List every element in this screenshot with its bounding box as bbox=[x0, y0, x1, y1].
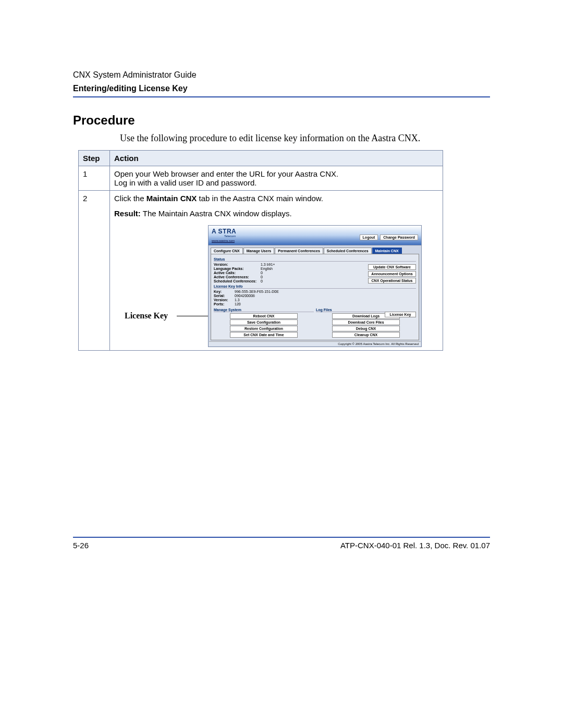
license-section-label: License Key Info bbox=[214, 285, 416, 289]
step1-line2: Log in with a valid user ID and password… bbox=[114, 178, 256, 187]
aastra-logo-sub: Telecom bbox=[224, 235, 236, 238]
doc-section-title: Entering/editing License Key bbox=[73, 84, 490, 93]
procedure-heading: Procedure bbox=[73, 113, 490, 128]
procedure-intro: Use the following procedure to edit lice… bbox=[120, 133, 490, 144]
change-password-button[interactable]: Change Password bbox=[380, 235, 418, 240]
status-lang-value: English bbox=[261, 267, 273, 270]
status-sched-value: 0 bbox=[261, 279, 263, 283]
step-action: Open your Web browser and enter the URL … bbox=[110, 166, 443, 191]
step-number: 2 bbox=[79, 191, 110, 351]
license-version-value: 1.3 bbox=[235, 298, 240, 302]
doc-guide-title: CNX System Administrator Guide bbox=[73, 70, 490, 80]
tab-permanent-conferences[interactable]: Permanent Conferences bbox=[275, 248, 323, 254]
status-sched-label: Scheduled Conferences: bbox=[214, 279, 261, 283]
step-number: 1 bbox=[79, 166, 110, 191]
step2-suffix: tab in the Aastra CNX main window. bbox=[197, 194, 323, 203]
step-action: Click the Maintain CNX tab in the Aastra… bbox=[110, 191, 443, 351]
page-footer: 5-26 ATP-CNX-040-01 Rel. 1.3, Doc. Rev. … bbox=[73, 537, 490, 550]
update-cnx-software-button[interactable]: Update CNX Software bbox=[368, 264, 416, 270]
tab-configure-cnx[interactable]: Configure CNX bbox=[211, 248, 243, 254]
tab-bar: Configure CNX Manage Users Permanent Con… bbox=[211, 248, 419, 254]
doc-reference: ATP-CNX-040-01 Rel. 1.3, Doc. Rev. 01.07 bbox=[340, 541, 490, 550]
announcement-options-button[interactable]: Announcement Options bbox=[368, 271, 416, 277]
status-lang-label: Language Packs: bbox=[214, 267, 261, 270]
cnx-operational-status-button[interactable]: CNX Operational Status bbox=[368, 278, 416, 283]
debug-cnx-button[interactable]: Debug CNX bbox=[332, 326, 400, 331]
download-core-files-button[interactable]: Download Core Files bbox=[332, 319, 400, 325]
status-version-label: Version: bbox=[214, 263, 261, 266]
license-ports-label: Ports: bbox=[214, 302, 235, 306]
result-text: The Maintain Aastra CNX window displays. bbox=[141, 209, 292, 218]
page-number: 5-26 bbox=[73, 541, 89, 550]
table-head-step: Step bbox=[79, 151, 110, 166]
status-conf-label: Active Conferences: bbox=[214, 275, 261, 279]
procedure-table: Step Action 1 Open your Web browser and … bbox=[78, 150, 443, 351]
cnx-window: A STRA Telecom www.aastra.com Logout Cha… bbox=[208, 225, 422, 347]
cnx-banner: A STRA Telecom www.aastra.com Logout Cha… bbox=[209, 226, 421, 245]
restore-configuration-button[interactable]: Restore Configuration bbox=[230, 326, 298, 331]
license-version-label: Version: bbox=[214, 298, 235, 302]
result-label: Result: bbox=[114, 209, 141, 218]
tab-scheduled-conferences[interactable]: Scheduled Conferences bbox=[324, 248, 372, 254]
table-row: 1 Open your Web browser and enter the UR… bbox=[79, 166, 443, 191]
status-conf-value: 0 bbox=[261, 275, 263, 279]
right-button-stack: Update CNX Software Announcement Options… bbox=[368, 264, 416, 283]
status-section-label: Status bbox=[214, 257, 416, 262]
manage-system-label: Manage System bbox=[214, 308, 314, 312]
status-calls-value: 0 bbox=[261, 271, 263, 275]
callout-label: License Key bbox=[125, 311, 168, 320]
cnx-copyright: Copyright © 2005 Aastra Telecom Inc. All… bbox=[209, 341, 421, 346]
tab-manage-users[interactable]: Manage Users bbox=[243, 248, 274, 254]
aastra-link[interactable]: www.aastra.com bbox=[212, 239, 235, 242]
aastra-logo: A STRA bbox=[212, 228, 236, 235]
step2-prefix: Click the bbox=[114, 194, 146, 203]
license-serial-label: Serial: bbox=[214, 294, 235, 298]
step2-bold: Maintain CNX bbox=[146, 194, 197, 203]
cleanup-cnx-button[interactable]: Cleanup CNX bbox=[332, 332, 400, 338]
document-page: CNX System Administrator Guide Entering/… bbox=[73, 70, 490, 351]
footer-divider bbox=[73, 537, 490, 538]
tab-maintain-cnx[interactable]: Maintain CNX bbox=[372, 248, 402, 254]
license-key-button[interactable]: License Key bbox=[385, 312, 416, 317]
status-version-value: 1.3 b91+ bbox=[261, 263, 275, 266]
license-ports-value: 120 bbox=[235, 302, 241, 306]
status-calls-label: Active Calls: bbox=[214, 271, 261, 275]
table-row: 2 Click the Maintain CNX tab in the Aast… bbox=[79, 191, 443, 351]
license-key-label: Key: bbox=[214, 290, 235, 293]
table-head-action: Action bbox=[110, 151, 443, 166]
license-key-value: 996-555-3E9-F65-151-D0E bbox=[235, 290, 279, 293]
set-date-time-button[interactable]: Set CNX Date and Time bbox=[230, 332, 298, 338]
reboot-cnx-button[interactable]: Reboot CNX bbox=[230, 313, 298, 319]
logout-button[interactable]: Logout bbox=[360, 235, 378, 240]
header-divider bbox=[73, 96, 490, 97]
save-configuration-button[interactable]: Save Configuration bbox=[230, 319, 298, 325]
step1-line1: Open your Web browser and enter the URL … bbox=[114, 169, 338, 178]
screenshot-container: License Key A STRA Telecom www.aastra.co… bbox=[114, 225, 438, 347]
license-serial-value: 0904200006 bbox=[235, 294, 255, 298]
